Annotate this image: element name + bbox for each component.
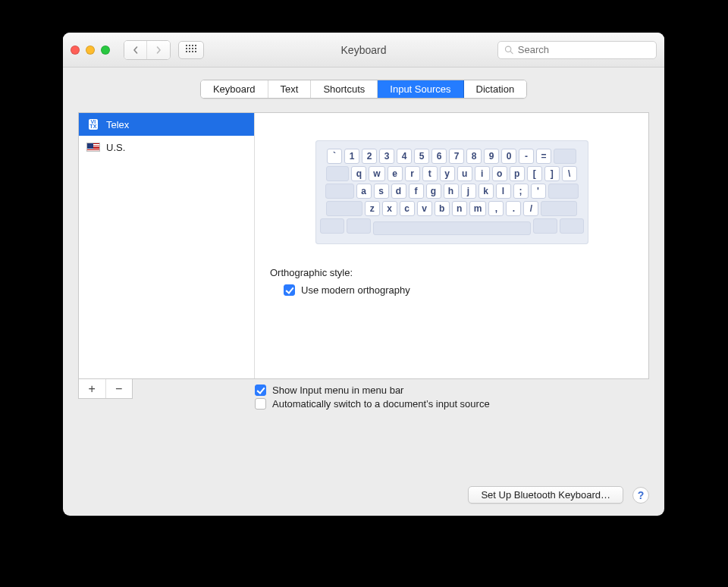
telex-icon: VITX <box>86 119 100 130</box>
key: o <box>492 166 507 181</box>
key: j <box>461 184 476 199</box>
key-blank <box>548 184 579 199</box>
show-input-menu-row[interactable]: Show Input menu in menu bar <box>255 385 649 396</box>
key: 2 <box>362 149 377 164</box>
key: = <box>536 149 551 164</box>
key: 1 <box>344 149 359 164</box>
us-flag-icon <box>86 142 100 152</box>
key: s <box>374 184 389 199</box>
key: x <box>382 201 397 216</box>
search-input[interactable] <box>518 44 650 55</box>
key: e <box>388 166 403 181</box>
source-item-us[interactable]: U.S. <box>79 136 254 159</box>
search-icon <box>504 45 513 55</box>
key-blank <box>347 218 371 234</box>
modern-orthography-checkbox[interactable] <box>284 284 295 296</box>
key: v <box>417 201 432 216</box>
key-blank <box>326 201 362 216</box>
key: [ <box>527 166 542 181</box>
below-panel: + − Show Input menu in menu bar Automati… <box>78 379 649 412</box>
key-blank <box>325 184 354 199</box>
key: 0 <box>501 149 516 164</box>
key: w <box>369 166 384 181</box>
key: h <box>444 184 459 199</box>
search-field[interactable] <box>497 41 657 59</box>
key: r <box>405 166 420 181</box>
add-source-button[interactable]: + <box>79 379 106 398</box>
source-label: U.S. <box>106 142 125 153</box>
key: b <box>435 201 450 216</box>
key: 8 <box>466 149 482 164</box>
svg-line-1 <box>510 52 513 54</box>
orthographic-heading: Orthographic style: <box>270 267 638 278</box>
key: z <box>365 201 380 216</box>
key: ` <box>327 149 342 164</box>
key: y <box>440 166 455 181</box>
key-blank <box>326 166 349 181</box>
key-blank <box>533 218 557 234</box>
list-footer: + − <box>78 379 133 399</box>
key-blank <box>541 201 577 216</box>
source-list[interactable]: VITX Telex U.S. <box>79 113 255 378</box>
auto-switch-checkbox[interactable] <box>255 398 266 410</box>
zoom-icon[interactable] <box>101 46 110 55</box>
modern-orthography-row[interactable]: Use modern orthography <box>270 284 638 296</box>
auto-switch-label: Automatically switch to a document’s inp… <box>272 398 490 410</box>
bottom-bar: Set Up Bluetooth Keyboard… ? <box>78 476 649 504</box>
grid-icon <box>186 45 196 55</box>
source-label: Telex <box>106 119 129 130</box>
show-all-button[interactable] <box>178 41 204 59</box>
key: 5 <box>414 149 429 164</box>
key: , <box>488 201 504 216</box>
main-panel: VITX Telex U.S. `1234567890-= qwertyuiop… <box>78 112 649 379</box>
show-input-menu-checkbox[interactable] <box>255 385 266 396</box>
key: / <box>523 201 538 216</box>
detail-pane: `1234567890-= qwertyuiop[]\ asdfghjkl;' … <box>255 113 648 378</box>
key: 6 <box>431 149 447 164</box>
keyboard-preview: `1234567890-= qwertyuiop[]\ asdfghjkl;' … <box>315 140 588 244</box>
window-controls <box>71 46 110 55</box>
key: p <box>510 166 525 181</box>
close-icon[interactable] <box>71 46 80 55</box>
key: 7 <box>449 149 464 164</box>
key: \ <box>562 166 577 181</box>
key: d <box>391 184 406 199</box>
key: a <box>356 184 372 199</box>
titlebar: Keyboard <box>63 33 664 67</box>
forward-button[interactable] <box>147 41 170 59</box>
orthographic-section: Orthographic style: Use modern orthograp… <box>270 267 638 296</box>
auto-switch-row[interactable]: Automatically switch to a document’s inp… <box>255 398 649 410</box>
key: m <box>469 201 487 216</box>
tab-text[interactable]: Text <box>268 80 312 98</box>
setup-bluetooth-button[interactable]: Set Up Bluetooth Keyboard… <box>468 486 623 504</box>
tab-shortcuts[interactable]: Shortcuts <box>311 80 378 98</box>
tab-dictation[interactable]: Dictation <box>464 80 527 98</box>
back-button[interactable] <box>124 41 147 59</box>
key: u <box>457 166 472 181</box>
preferences-window: Keyboard Keyboard Text Shortcuts Input S… <box>63 33 664 516</box>
tab-keyboard[interactable]: Keyboard <box>201 80 268 98</box>
key-blank <box>554 149 576 164</box>
key: i <box>475 166 490 181</box>
key: g <box>426 184 441 199</box>
key-blank <box>560 218 584 234</box>
key: n <box>452 201 467 216</box>
tab-bar: Keyboard Text Shortcuts Input Sources Di… <box>200 80 527 99</box>
key: ] <box>544 166 560 181</box>
key: q <box>351 166 366 181</box>
key: 4 <box>397 149 412 164</box>
nav-buttons <box>124 40 171 60</box>
key-space <box>373 221 531 235</box>
key: k <box>479 184 494 199</box>
tab-input-sources[interactable]: Input Sources <box>378 80 463 98</box>
minimize-icon[interactable] <box>86 46 95 55</box>
key: 9 <box>484 149 499 164</box>
remove-source-button[interactable]: − <box>106 379 133 398</box>
source-item-telex[interactable]: VITX Telex <box>79 113 254 136</box>
key-blank <box>320 218 344 234</box>
key: ; <box>513 184 529 199</box>
key: 3 <box>379 149 394 164</box>
help-button[interactable]: ? <box>632 487 649 504</box>
key: . <box>506 201 521 216</box>
modern-orthography-label: Use modern orthography <box>301 284 410 296</box>
